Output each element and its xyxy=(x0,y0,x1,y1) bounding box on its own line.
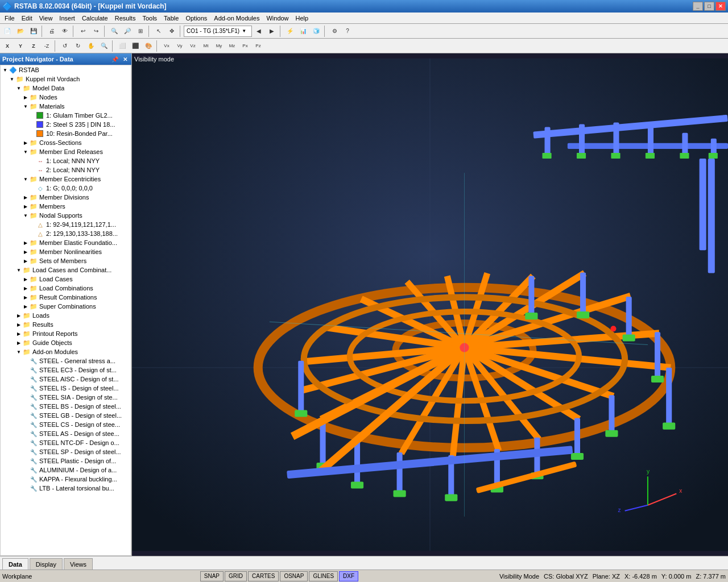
tree-item-3[interactable]: ▶📁Nodes xyxy=(1,93,131,102)
tree-item-30[interactable]: ▶📁Guide Objects xyxy=(1,338,131,347)
neg-axis-button[interactable]: -Z xyxy=(40,40,53,52)
tree-item-15[interactable]: ▶📁Members xyxy=(1,202,131,211)
zoom-all-button[interactable]: ⊞ xyxy=(134,25,147,38)
expand-icon-31[interactable]: ▼ xyxy=(15,350,22,355)
tree-item-16[interactable]: ▼📁Nodal Supports xyxy=(1,211,131,220)
wireframe-button[interactable]: ⬜ xyxy=(116,40,129,52)
view3d-button[interactable]: 🧊 xyxy=(310,25,322,38)
bottom-tab-display[interactable]: Display xyxy=(30,558,63,569)
results-button[interactable]: 📊 xyxy=(297,25,309,38)
tree-item-14[interactable]: ▶📁Member Divisions xyxy=(1,193,131,202)
pan-button[interactable]: ✋ xyxy=(85,40,97,52)
expand-icon-29[interactable]: ▶ xyxy=(15,331,22,336)
expand-icon-24[interactable]: ▶ xyxy=(22,286,29,291)
expand-icon-28[interactable]: ▶ xyxy=(15,322,22,327)
tree-item-21[interactable]: ▶📁Sets of Members xyxy=(1,256,131,265)
new-button[interactable]: 📄 xyxy=(1,25,14,38)
forces-mt-button[interactable]: Mt xyxy=(200,40,212,52)
solid-button[interactable]: ⬛ xyxy=(129,40,142,52)
undo-button[interactable]: ↩ xyxy=(77,25,89,38)
tree-item-42[interactable]: 🔧STEEL SP - Design of steel... xyxy=(1,447,131,456)
tree-item-39[interactable]: 🔧STEEL CS - Design of stee... xyxy=(1,420,131,429)
nav-tree[interactable]: ▼🔷RSTAB▼📁Kuppel mit Vordach▼📁Model Data▶… xyxy=(0,65,131,556)
status-btn-grid[interactable]: GRID xyxy=(225,571,247,581)
tree-item-34[interactable]: 🔧STEEL AISC - Design of st... xyxy=(1,375,131,384)
help-button[interactable]: ? xyxy=(341,25,354,38)
prev-case-button[interactable]: ◀ xyxy=(253,25,265,38)
render-button[interactable]: 🎨 xyxy=(142,40,155,52)
menu-item-insert[interactable]: Insert xyxy=(56,14,78,23)
calculate-button[interactable]: ⚡ xyxy=(284,25,296,38)
expand-icon-25[interactable]: ▶ xyxy=(22,295,29,300)
tree-item-11[interactable]: ↔2: Local; NNN NYY xyxy=(1,165,131,174)
menu-item-help[interactable]: Help xyxy=(292,14,312,23)
tree-item-38[interactable]: 🔧STEEL GB - Design of steel... xyxy=(1,411,131,420)
zoom-button[interactable]: 🔍 xyxy=(98,40,110,52)
forces-px-button[interactable]: Px xyxy=(239,40,251,52)
app-close-button[interactable]: ✕ xyxy=(715,2,726,11)
axis-x-button[interactable]: X xyxy=(1,40,14,52)
status-btn-dxf[interactable]: DXF xyxy=(339,571,358,581)
expand-icon-15[interactable]: ▶ xyxy=(22,204,29,209)
menu-item-options[interactable]: Options xyxy=(182,14,210,23)
expand-icon-19[interactable]: ▶ xyxy=(22,240,29,246)
viewport-3d[interactable]: Visibility mode xyxy=(132,53,728,556)
tree-item-33[interactable]: 🔧STEEL EC3 - Design of st... xyxy=(1,365,131,375)
tree-item-9[interactable]: ▼📁Member End Releases xyxy=(1,147,131,156)
menu-item-table[interactable]: Table xyxy=(160,14,182,23)
tree-item-27[interactable]: ▶📁Loads xyxy=(1,311,131,320)
load-case-dropdown[interactable]: CO1 - TG (1.35*LF1) ▼ xyxy=(184,26,252,37)
tree-item-18[interactable]: △2: 129,130,133-138,188... xyxy=(1,229,131,238)
print-button[interactable]: 🖨 xyxy=(46,25,58,38)
expand-icon-1[interactable]: ▼ xyxy=(9,77,15,82)
menu-item-add-on-modules[interactable]: Add-on Modules xyxy=(210,14,263,23)
rotate-left-button[interactable]: ↺ xyxy=(59,40,71,52)
tree-item-26[interactable]: ▶📁Super Combinations xyxy=(1,302,131,311)
forces-pz-button[interactable]: Pz xyxy=(252,40,264,52)
bottom-tab-data[interactable]: Data xyxy=(2,558,28,569)
tree-item-29[interactable]: ▶📁Printout Reports xyxy=(1,329,131,338)
status-btn-snap[interactable]: SNAP xyxy=(200,571,224,581)
tree-item-12[interactable]: ▼📁Member Eccentricities xyxy=(1,174,131,184)
forces-vy-button[interactable]: Vy xyxy=(173,40,186,52)
tree-item-19[interactable]: ▶📁Member Elastic Foundatio... xyxy=(1,238,131,247)
tree-item-22[interactable]: ▼📁Load Cases and Combinat... xyxy=(1,265,131,275)
tree-item-7[interactable]: 10: Resin-Bonded Par... xyxy=(1,129,131,138)
expand-icon-3[interactable]: ▶ xyxy=(22,95,29,100)
tree-item-6[interactable]: 2: Steel S 235 | DIN 18... xyxy=(1,120,131,129)
expand-icon-22[interactable]: ▼ xyxy=(15,268,22,273)
settings-button[interactable]: ⚙ xyxy=(328,25,341,38)
expand-icon-2[interactable]: ▼ xyxy=(15,86,22,91)
expand-icon-4[interactable]: ▼ xyxy=(22,104,29,109)
menu-item-window[interactable]: Window xyxy=(263,14,292,23)
tree-item-20[interactable]: ▶📁Member Nonlinearities xyxy=(1,247,131,256)
expand-icon-9[interactable]: ▼ xyxy=(22,149,29,155)
move-button[interactable]: ✥ xyxy=(166,25,178,38)
tree-item-32[interactable]: 🔧STEEL - General stress a... xyxy=(1,356,131,365)
tree-item-25[interactable]: ▶📁Result Combinations xyxy=(1,293,131,302)
menu-item-tools[interactable]: Tools xyxy=(139,14,160,23)
expand-icon-12[interactable]: ▼ xyxy=(22,177,29,182)
tree-item-5[interactable]: 1: Glulam Timber GL2... xyxy=(1,111,131,120)
expand-icon-14[interactable]: ▶ xyxy=(22,195,29,200)
tree-item-36[interactable]: 🔧STEEL SIA - Design of ste... xyxy=(1,393,131,402)
forces-vz-button[interactable]: Vz xyxy=(187,40,199,52)
expand-icon-23[interactable]: ▶ xyxy=(22,277,29,282)
tree-item-41[interactable]: 🔧STEEL NTC-DF - Design o... xyxy=(1,438,131,447)
tree-item-44[interactable]: 🔧ALUMINIUM - Design of a... xyxy=(1,465,131,475)
axis-z-button[interactable]: Z xyxy=(27,40,40,52)
expand-icon-20[interactable]: ▶ xyxy=(22,250,29,255)
tree-item-45[interactable]: 🔧KAPPA - Flexural buckling... xyxy=(1,475,131,484)
tree-item-31[interactable]: ▼📁Add-on Modules xyxy=(1,347,131,356)
menu-item-results[interactable]: Results xyxy=(111,14,139,23)
tree-item-40[interactable]: 🔧STEEL AS - Design of stee... xyxy=(1,429,131,438)
expand-icon-16[interactable]: ▼ xyxy=(22,213,29,218)
tree-item-8[interactable]: ▶📁Cross-Sections xyxy=(1,138,131,147)
bottom-tab-views[interactable]: Views xyxy=(64,558,93,569)
tree-item-17[interactable]: △1: 92-94,119,121,127,1... xyxy=(1,220,131,229)
select-button[interactable]: ↖ xyxy=(152,25,165,38)
tree-item-46[interactable]: 🔧LTB - Lateral torsional bu... xyxy=(1,484,131,493)
forces-vx-button[interactable]: Vx xyxy=(160,40,173,52)
tree-item-4[interactable]: ▼📁Materials xyxy=(1,102,131,111)
menu-item-edit[interactable]: Edit xyxy=(18,14,36,23)
